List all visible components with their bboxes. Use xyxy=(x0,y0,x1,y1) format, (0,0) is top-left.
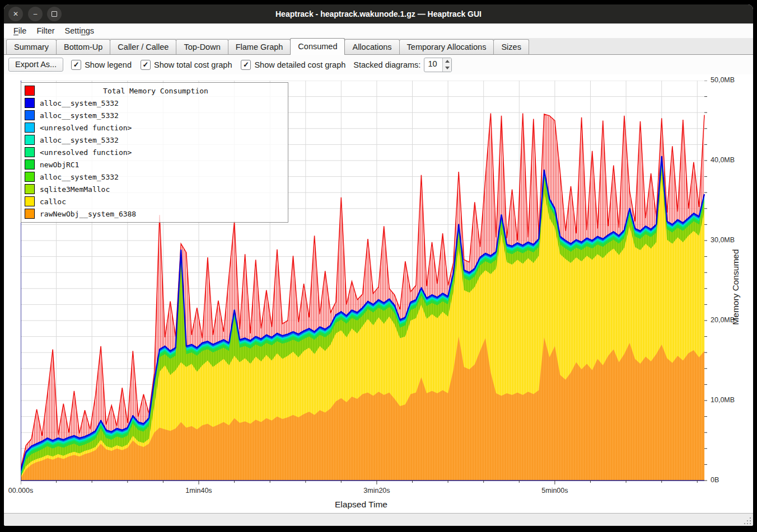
checkbox-show-detailed-cost-graph[interactable]: ✓Show detailed cost graph xyxy=(241,60,345,70)
legend-label: alloc__system_5332 xyxy=(40,173,119,181)
legend-label: alloc__system_5332 xyxy=(40,111,119,120)
chart-legend: Total Memory Consumption alloc__system_5… xyxy=(21,82,288,223)
checkbox-box[interactable]: ✓ xyxy=(241,60,251,70)
y-tick-label: 50,0MB xyxy=(711,76,735,84)
checkbox-show-total-cost-graph[interactable]: ✓Show total cost graph xyxy=(141,60,232,70)
stacked-diagrams-stepper[interactable]: 10 xyxy=(424,58,452,72)
legend-swatch xyxy=(25,123,35,133)
checkbox-box[interactable]: ✓ xyxy=(141,60,151,70)
heaptrack-window: ✕ – Heaptrack - heaptrack.wakunode.1.gz … xyxy=(4,4,753,526)
legend-item: <unresolved function> xyxy=(24,146,286,158)
legend-swatch xyxy=(25,98,35,108)
tab-top-down[interactable]: Top-Down xyxy=(176,39,228,54)
legend-swatch xyxy=(25,159,35,170)
x-tick-label: 00.000s xyxy=(4,487,40,495)
legend-item: alloc__system_5332 xyxy=(24,97,286,109)
legend-swatch xyxy=(25,172,35,182)
legend-label: alloc__system_5332 xyxy=(40,136,119,144)
arrow-down-icon xyxy=(445,67,450,69)
export-as-button[interactable]: Export As... xyxy=(8,58,63,72)
legend-swatch xyxy=(25,110,35,120)
spin-down-button[interactable] xyxy=(443,65,451,72)
legend-swatch xyxy=(25,196,35,206)
arrow-up-icon xyxy=(445,60,450,63)
stacked-diagrams-value[interactable]: 10 xyxy=(424,58,442,72)
menubar: File Filter Settings xyxy=(4,23,753,38)
checkbox-label: Show detailed cost graph xyxy=(254,60,345,69)
legend-item: sqlite3MemMalloc xyxy=(24,183,286,195)
legend-item: calloc xyxy=(24,195,286,208)
legend-label: newObjRC1 xyxy=(40,161,79,169)
legend-title-row: Total Memory Consumption xyxy=(24,84,286,97)
legend-swatch xyxy=(25,184,35,194)
legend-swatch xyxy=(25,209,35,219)
legend-item: alloc__system_5332 xyxy=(24,134,286,146)
menu-filter[interactable]: Filter xyxy=(31,25,59,36)
legend-item: newObjRC1 xyxy=(24,158,286,171)
legend-title: Total Memory Consumption xyxy=(40,87,272,95)
checkbox-show-legend[interactable]: ✓Show legend xyxy=(71,60,132,70)
y-tick-label: 30,0MB xyxy=(711,236,735,244)
tab-sizes[interactable]: Sizes xyxy=(493,39,529,54)
tabbar: SummaryBottom-UpCaller / CalleeTop-DownF… xyxy=(4,38,753,55)
tab-bottom-up[interactable]: Bottom-Up xyxy=(56,39,110,54)
legend-item: alloc__system_5332 xyxy=(24,109,286,121)
y-tick-label: 40,0MB xyxy=(711,156,735,164)
statusbar xyxy=(4,513,753,526)
legend-label: calloc xyxy=(40,197,66,206)
legend-label: sqlite3MemMalloc xyxy=(40,185,110,194)
x-tick-label: 5min00s xyxy=(535,487,574,495)
y-axis-title: Memory Consumed xyxy=(730,281,741,293)
legend-item: alloc__system_5332 xyxy=(24,171,286,183)
x-tick-label: 1min40s xyxy=(179,487,218,495)
y-tick-label: 10,0MB xyxy=(711,396,735,404)
tab-caller-callee[interactable]: Caller / Callee xyxy=(110,39,176,54)
checkbox-label: Show legend xyxy=(85,60,132,69)
titlebar[interactable]: ✕ – Heaptrack - heaptrack.wakunode.1.gz … xyxy=(4,4,753,23)
chart-area: 00.000s1min40s3min20s5min00s 0B10,0MB20,… xyxy=(4,74,753,513)
legend-swatch xyxy=(25,147,35,157)
window-title: Heaptrack - heaptrack.wakunode.1.gz — He… xyxy=(4,4,753,23)
tab-summary[interactable]: Summary xyxy=(6,39,57,54)
legend-label: <unresolved function> xyxy=(40,124,132,132)
stacked-diagrams-label: Stacked diagrams: xyxy=(353,60,420,69)
legend-label: alloc__system_5332 xyxy=(40,99,119,107)
legend-swatch-total xyxy=(25,86,35,96)
legend-swatch xyxy=(25,135,35,145)
tab-flame-graph[interactable]: Flame Graph xyxy=(228,39,291,54)
toolbar: Export As... ✓Show legend✓Show total cos… xyxy=(4,55,753,74)
x-axis-title: Elapsed Time xyxy=(260,500,462,510)
checkbox-box[interactable]: ✓ xyxy=(71,60,81,70)
legend-label: <unresolved function> xyxy=(40,148,132,157)
legend-item: rawNewObj__system_6388 xyxy=(24,208,286,220)
y-tick-label: 0B xyxy=(711,476,719,484)
x-tick-label: 3min20s xyxy=(357,487,396,495)
menu-file[interactable]: File xyxy=(8,25,31,36)
checkbox-label: Show total cost graph xyxy=(154,60,232,69)
spin-up-button[interactable] xyxy=(443,58,451,65)
menu-settings[interactable]: Settings xyxy=(60,25,99,36)
tab-allocations[interactable]: Allocations xyxy=(344,39,399,54)
resize-grip-icon[interactable] xyxy=(744,517,751,525)
legend-label: rawNewObj__system_6388 xyxy=(40,210,136,218)
legend-item: <unresolved function> xyxy=(24,121,286,134)
tab-temporary-allocations[interactable]: Temporary Allocations xyxy=(399,39,494,54)
tab-consumed[interactable]: Consumed xyxy=(290,38,345,55)
